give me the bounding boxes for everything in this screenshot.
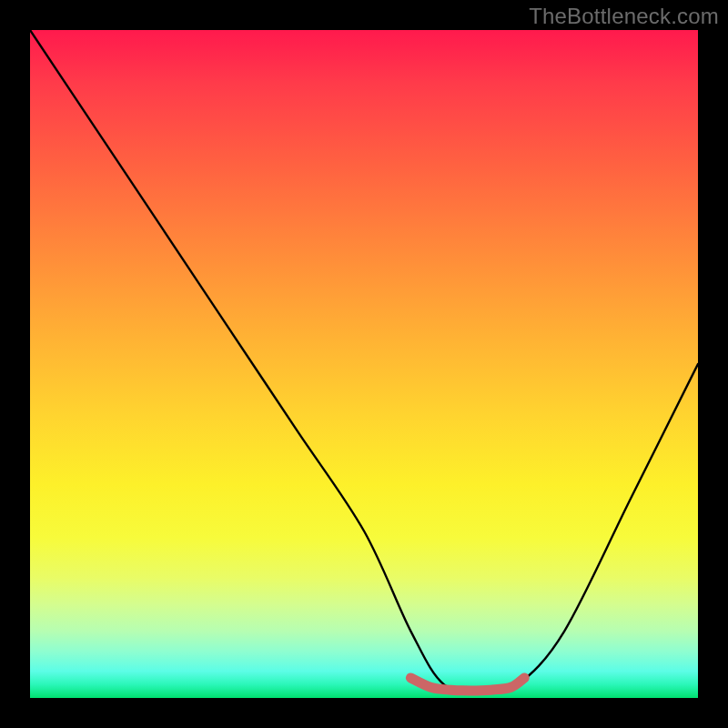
chart-svg — [30, 30, 698, 698]
attribution-text: TheBottleneck.com — [529, 4, 719, 29]
plot-area — [30, 30, 698, 698]
chart-stage: TheBottleneck.com — [0, 0, 728, 728]
optimal-band — [410, 678, 524, 691]
bottleneck-curve — [30, 30, 698, 692]
